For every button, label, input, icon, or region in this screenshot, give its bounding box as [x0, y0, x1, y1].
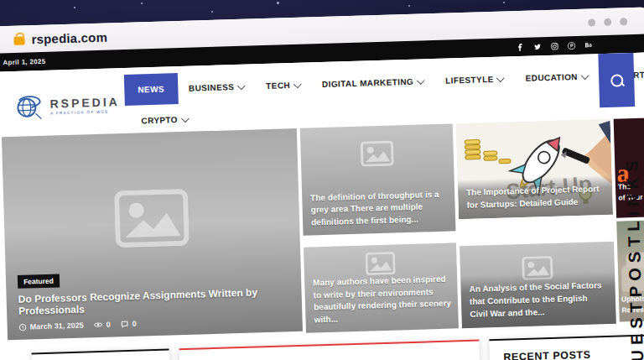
article-title-fragment: Upholstery Refresh	[621, 293, 644, 316]
image-placeholder-icon	[360, 141, 394, 167]
logo-tagline: A FRACTION OF WEB	[50, 109, 120, 115]
nav-item-crypto[interactable]: CRYPTO	[130, 105, 199, 134]
chevron-down-icon	[180, 114, 189, 123]
chevron-down-icon	[580, 71, 589, 80]
featured-article-meta: March 31, 2025 0 0	[19, 315, 291, 331]
browser-window: rspedia.com April 1, 2025 RSPEDIA A FRA	[0, 7, 644, 360]
globe-logo-icon	[12, 89, 45, 125]
chevron-down-icon	[496, 74, 505, 82]
nav-item-business[interactable]: BUSINESS	[177, 72, 255, 102]
image-placeholder-icon	[114, 188, 190, 248]
featured-badge: Featured	[18, 274, 60, 288]
article-title: The Importance of Project Report for Sta…	[458, 175, 613, 219]
article-card[interactable]: Many authors have been inspired to write…	[304, 243, 459, 332]
padlock-icon	[13, 36, 24, 44]
view-count: 0	[94, 321, 111, 330]
site-logo[interactable]: RSPEDIA A FRACTION OF WEB	[0, 68, 126, 136]
article-card-partial[interactable]: Upholstery Refresh	[616, 218, 644, 321]
current-date: April 1, 2025	[3, 57, 45, 66]
popular-posts-panel: POPULAR POSTS	[32, 349, 171, 360]
featured-article-card[interactable]: Featured Do Professors Recognize Assignm…	[2, 128, 303, 340]
article-card-partial[interactable]: a The of Your	[614, 116, 644, 217]
nav-item-education[interactable]: EDUCATION	[514, 62, 599, 92]
nav-item-lifestyle[interactable]: LIFESTYLE	[434, 65, 515, 95]
featured-article-title[interactable]: Do Professors Recognize Assignments Writ…	[18, 285, 290, 317]
article-card[interactable]: An Analysis of the Social Factors that C…	[460, 242, 616, 328]
article-excerpt: The definition of throughput is a grey a…	[310, 188, 449, 228]
article-card[interactable]: The definition of throughput is a grey a…	[300, 123, 456, 235]
chevron-down-icon	[417, 76, 425, 85]
recent-posts-heading: RECENT POSTS	[503, 347, 644, 360]
article-card-startup[interactable]: Start-Up	[456, 119, 613, 219]
article-title: An Analysis of the Social Factors that C…	[460, 272, 616, 328]
search-button[interactable]	[598, 53, 635, 107]
pinterest-icon[interactable]	[568, 42, 575, 50]
window-controls[interactable]	[588, 17, 636, 26]
comment-icon	[121, 320, 129, 327]
social-links	[517, 39, 636, 50]
comment-count: 0	[121, 320, 137, 329]
search-icon	[610, 74, 623, 86]
chevron-down-icon	[293, 80, 302, 88]
article-title-fragment: The of Your	[618, 181, 643, 205]
recent-posts-panel: RECENT POSTS	[490, 334, 644, 360]
address-bar-url[interactable]: rspedia.com	[31, 29, 107, 46]
nav-item-news[interactable]: NEWS	[124, 73, 179, 106]
featured-posts-grid: Featured Do Professors Recognize Assignm…	[0, 116, 644, 342]
image-placeholder-icon	[365, 252, 396, 275]
logo-name: RSPEDIA	[49, 95, 120, 110]
nav-item-tech[interactable]: TECH	[255, 70, 312, 100]
article-excerpt: Many authors have been inspired to write…	[313, 274, 452, 326]
facebook-icon[interactable]	[517, 43, 524, 50]
chevron-down-icon	[237, 81, 246, 90]
post-date: March 31, 2025	[19, 321, 84, 331]
twitter-icon[interactable]	[533, 43, 542, 50]
nav-item-digital-marketing[interactable]: DIGITAL MARKETING	[311, 67, 435, 98]
whats-hot-panel: WHAT'S HOT All Apple Art Business Cars C…	[179, 340, 481, 360]
eye-icon	[94, 321, 103, 328]
instagram-icon[interactable]	[551, 42, 558, 50]
clock-icon	[19, 323, 27, 331]
behance-icon[interactable]	[584, 41, 593, 49]
